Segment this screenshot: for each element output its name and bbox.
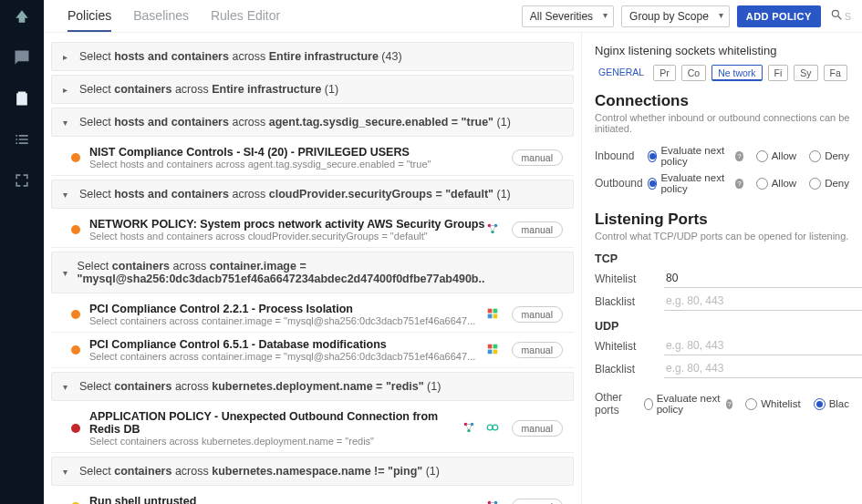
svg-line-21 bbox=[469, 424, 473, 430]
svg-rect-10 bbox=[487, 314, 492, 318]
severity-dot bbox=[71, 345, 80, 355]
help-icon[interactable]: ? bbox=[735, 151, 743, 161]
other-whitelist-radio[interactable]: Whitelist bbox=[745, 398, 800, 410]
svg-rect-13 bbox=[493, 344, 497, 348]
chip-fi[interactable]: Fi bbox=[768, 65, 789, 81]
topbar: Policies Baselines Rules Editor All Seve… bbox=[44, 0, 862, 33]
tcp-heading: TCP bbox=[595, 252, 862, 265]
policy-title: APPLICATION POLICY - Unexpected Outbound… bbox=[89, 410, 462, 436]
listening-desc: Control what TCP/UDP ports can be opened… bbox=[595, 231, 862, 242]
manual-tag: manual bbox=[512, 420, 563, 437]
policy-group[interactable]: ▾Select hosts and containers across agen… bbox=[51, 108, 574, 137]
group-text: Select containers across Entire infrastr… bbox=[79, 83, 338, 96]
policy-list: ▸Select hosts and containers across Enti… bbox=[44, 33, 581, 504]
inbound-eval-radio[interactable]: Evaluate next policy? bbox=[648, 145, 743, 167]
manual-tag: manual bbox=[512, 499, 563, 504]
logo-icon bbox=[13, 7, 31, 28]
policy-sub: Select containers across container.image… bbox=[89, 315, 486, 326]
severity-dot bbox=[71, 310, 80, 319]
panel-title: Nginx listening sockets whitelisting bbox=[595, 44, 862, 57]
net-icon bbox=[486, 222, 499, 238]
policy-title: PCI Compliance Control 6.5.1 - Database … bbox=[89, 338, 486, 351]
help-icon[interactable]: ? bbox=[735, 179, 743, 189]
svg-rect-11 bbox=[493, 314, 497, 318]
chip-pr[interactable]: Pr bbox=[653, 65, 676, 81]
chip-fa[interactable]: Fa bbox=[824, 65, 847, 81]
add-policy-button[interactable]: ADD POLICY bbox=[737, 5, 821, 27]
group-text: Select containers across container.image… bbox=[78, 260, 562, 285]
severity-select[interactable]: All Severities bbox=[522, 5, 614, 27]
help-icon[interactable]: ? bbox=[726, 399, 733, 409]
tcp-whitelist-input[interactable] bbox=[664, 269, 862, 288]
net-icon bbox=[462, 421, 475, 437]
severity-dot bbox=[71, 225, 80, 234]
chevron-icon: ▾ bbox=[63, 118, 72, 128]
svg-point-22 bbox=[487, 425, 493, 430]
policy-group[interactable]: ▸Select containers across Entire infrast… bbox=[51, 75, 574, 104]
policy-group[interactable]: ▾Select containers across kubernetes.nam… bbox=[51, 457, 574, 486]
outbound-allow-radio[interactable]: Allow bbox=[756, 178, 796, 190]
policy-item[interactable]: PCI Compliance Control 2.2.1 - Process I… bbox=[51, 297, 574, 333]
severity-dot bbox=[71, 424, 80, 433]
policy-item[interactable]: Run shell untrustedSelect containers acr… bbox=[51, 489, 574, 504]
svg-rect-14 bbox=[487, 349, 492, 354]
group-by-select[interactable]: Group by Scope bbox=[621, 5, 730, 27]
tab-baselines[interactable]: Baselines bbox=[133, 1, 189, 32]
manual-tag: manual bbox=[512, 306, 563, 323]
group-text: Select containers across kubernetes.depl… bbox=[79, 380, 441, 393]
policy-title: Run shell untrusted bbox=[89, 495, 486, 504]
policy-item[interactable]: PCI Compliance Control 6.5.1 - Database … bbox=[51, 333, 574, 368]
udp-whitelist-input[interactable] bbox=[664, 336, 862, 355]
inbound-label: Inbound bbox=[595, 149, 648, 162]
search-icon[interactable] bbox=[830, 8, 843, 24]
chevron-icon: ▸ bbox=[63, 85, 72, 95]
svg-line-7 bbox=[493, 225, 496, 231]
svg-rect-15 bbox=[493, 349, 497, 354]
alert-icon[interactable] bbox=[13, 48, 31, 69]
svg-point-0 bbox=[832, 10, 838, 16]
policy-group[interactable]: ▾Select hosts and containers across clou… bbox=[51, 180, 574, 209]
clipboard-icon[interactable] bbox=[13, 89, 31, 110]
chevron-icon: ▾ bbox=[63, 467, 72, 477]
policy-title: PCI Compliance Control 2.2.1 - Process I… bbox=[89, 303, 486, 315]
manual-tag: manual bbox=[512, 149, 563, 166]
inbound-allow-radio[interactable]: Allow bbox=[756, 150, 796, 162]
group-text: Select containers across kubernetes.name… bbox=[79, 465, 440, 478]
chip-general[interactable]: GENERAL bbox=[595, 65, 648, 81]
severity-dot bbox=[71, 153, 80, 162]
udp-blacklist-input[interactable] bbox=[664, 359, 862, 378]
group-text: Select hosts and containers across cloud… bbox=[79, 188, 511, 201]
chip-sy[interactable]: Sy bbox=[794, 65, 817, 81]
inbound-deny-radio[interactable]: Deny bbox=[809, 150, 849, 162]
group-text: Select hosts and containers across agent… bbox=[79, 116, 511, 129]
chevron-icon: ▾ bbox=[63, 382, 72, 392]
outbound-deny-radio[interactable]: Deny bbox=[809, 178, 849, 190]
other-eval-radio[interactable]: Evaluate next policy? bbox=[644, 393, 732, 415]
udp-heading: UDP bbox=[595, 320, 862, 333]
tcp-blacklist-input[interactable] bbox=[664, 292, 862, 311]
chip-network[interactable]: Ne twork bbox=[711, 65, 762, 81]
policy-sub: Select hosts and containers across agent… bbox=[89, 159, 499, 170]
tab-rules-editor[interactable]: Rules Editor bbox=[211, 1, 280, 32]
policy-item[interactable]: NIST Compliance Controls - SI-4 (20) - P… bbox=[51, 140, 574, 176]
policy-sub: Select containers across kubernetes.depl… bbox=[89, 436, 462, 447]
policy-item[interactable]: APPLICATION POLICY - Unexpected Outbound… bbox=[51, 405, 574, 453]
outbound-label: Outbound bbox=[595, 177, 648, 190]
svg-rect-9 bbox=[493, 308, 497, 313]
tab-policies[interactable]: Policies bbox=[68, 1, 111, 32]
policy-group[interactable]: ▾Select containers across container.imag… bbox=[51, 252, 574, 293]
expand-icon[interactable] bbox=[13, 171, 31, 192]
policy-sub: Select hosts and containers across cloud… bbox=[89, 231, 486, 242]
other-blacklist-radio[interactable]: Blac bbox=[814, 398, 849, 410]
list-icon[interactable] bbox=[13, 130, 31, 151]
tcp-blacklist-label: Blacklist bbox=[595, 295, 664, 308]
svg-line-1 bbox=[837, 16, 841, 20]
color-icon bbox=[486, 343, 499, 358]
udp-blacklist-label: Blacklist bbox=[595, 363, 664, 375]
policy-group[interactable]: ▸Select hosts and containers across Enti… bbox=[51, 42, 574, 71]
outbound-eval-radio[interactable]: Evaluate next policy? bbox=[648, 172, 743, 194]
search-stub: S bbox=[845, 11, 851, 22]
chip-co[interactable]: Co bbox=[681, 65, 706, 81]
policy-item[interactable]: NETWORK POLICY: System procs network act… bbox=[51, 212, 574, 248]
policy-group[interactable]: ▾Select containers across kubernetes.dep… bbox=[51, 372, 574, 401]
